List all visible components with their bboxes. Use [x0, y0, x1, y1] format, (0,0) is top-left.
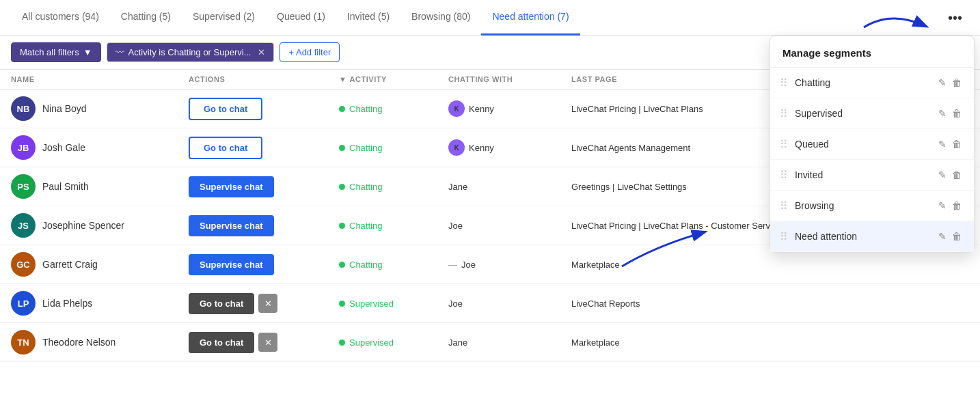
- chatting-with-cell: —Joe: [448, 260, 571, 270]
- col-chatting-with: CHATTING WITH: [448, 75, 571, 83]
- activity-cell: Supervised: [339, 299, 448, 309]
- sort-icon: ▼: [339, 75, 346, 83]
- edit-segment-button[interactable]: ✎: [936, 136, 949, 152]
- edit-segment-button[interactable]: ✎: [936, 167, 949, 183]
- segment-item-need-attention[interactable]: ⠿ Need attention ✎ 🗑: [770, 221, 974, 252]
- chatting-with-name: Joe: [448, 221, 463, 231]
- chevron-down-icon: ▼: [83, 47, 92, 57]
- delete-segment-button[interactable]: 🗑: [949, 105, 964, 122]
- segment-item-invited[interactable]: ⠿ Invited ✎ 🗑: [770, 160, 974, 191]
- segment-item-supervised[interactable]: ⠿ Supervised ✎ 🗑: [770, 98, 974, 129]
- activity-status: Chatting: [349, 182, 382, 192]
- avatar: JB: [11, 135, 36, 160]
- actions-cell: Supervise chat: [189, 176, 339, 197]
- add-filter-button[interactable]: + Add filter: [280, 42, 340, 62]
- delete-segment-button[interactable]: 🗑: [949, 136, 964, 152]
- edit-segment-button[interactable]: ✎: [936, 197, 949, 214]
- tab-label: Invited (5): [347, 11, 390, 22]
- tab-label: Chatting (5): [121, 11, 171, 22]
- chatting-with-cell: Joe: [448, 299, 571, 309]
- segment-label: Chatting: [795, 77, 936, 88]
- segment-label: Invited: [795, 169, 936, 180]
- tab-label: Supervised (2): [193, 11, 255, 22]
- match-filters-label: Match all filters: [20, 47, 79, 57]
- segment-item-chatting[interactable]: ⠿ Chatting ✎ 🗑: [770, 68, 974, 98]
- delete-segment-button[interactable]: 🗑: [949, 228, 964, 245]
- activity-dot: [339, 301, 345, 307]
- drag-handle-icon: ⠿: [780, 199, 788, 212]
- activity-cell: Supervised: [339, 337, 448, 348]
- dismiss-button[interactable]: ✕: [258, 294, 277, 313]
- activity-cell: Chatting: [339, 104, 448, 114]
- activity-dot: [339, 184, 345, 190]
- segment-item-queued[interactable]: ⠿ Queued ✎ 🗑: [770, 129, 974, 160]
- delete-segment-button[interactable]: 🗑: [949, 197, 964, 214]
- supervise-chat-button[interactable]: Supervise chat: [189, 254, 274, 275]
- tab-chatting[interactable]: Chatting (5): [110, 0, 182, 36]
- segment-label: Queued: [795, 139, 936, 150]
- tabs-bar: All customers (94)Chatting (5)Supervised…: [0, 0, 980, 36]
- match-all-filters-button[interactable]: Match all filters ▼: [11, 42, 101, 62]
- customer-name: Paul Smith: [42, 181, 89, 192]
- customer-name-cell: LP Lida Phelps: [11, 291, 189, 316]
- activity-cell: Chatting: [339, 221, 448, 231]
- manage-segments-panel: Manage segments ⠿ Chatting ✎ 🗑 ⠿ Supervi…: [770, 36, 975, 253]
- col-activity-label: ACTIVITY: [349, 75, 387, 83]
- segment-label: Need attention: [795, 231, 936, 242]
- avatar: LP: [11, 291, 36, 316]
- activity-status: Supervised: [349, 299, 394, 309]
- tab-queued[interactable]: Queued (1): [266, 0, 336, 36]
- more-dots-icon: •••: [948, 11, 962, 25]
- activity-filter-button[interactable]: 〰 Activity is Chatting or Supervi... ✕: [107, 42, 275, 62]
- drag-handle-icon: ⠿: [780, 138, 788, 151]
- table-row: TN Theodore Nelson Go to chat✕ Supervise…: [0, 323, 980, 362]
- customer-name: Nina Boyd: [42, 103, 87, 114]
- activity-filter-label: Activity is Chatting or Supervi...: [128, 47, 251, 57]
- tab-invited[interactable]: Invited (5): [336, 0, 400, 36]
- supervise-chat-button[interactable]: Supervise chat: [189, 176, 274, 197]
- customer-name: Lida Phelps: [42, 298, 92, 309]
- edit-segment-button[interactable]: ✎: [936, 74, 949, 91]
- tab-all[interactable]: All customers (94): [11, 0, 110, 36]
- go-to-chat-button[interactable]: Go to chat: [189, 137, 262, 159]
- tab-label: Browsing (80): [411, 11, 470, 22]
- delete-segment-button[interactable]: 🗑: [949, 74, 964, 91]
- avatar: TN: [11, 330, 36, 355]
- chatting-with-cell: KKenny: [448, 139, 571, 156]
- actions-cell: Go to chat✕: [189, 332, 339, 353]
- go-to-chat-button[interactable]: Go to chat: [189, 293, 254, 314]
- edit-segment-button[interactable]: ✎: [936, 105, 949, 122]
- tab-label: Need attention (7): [492, 11, 569, 22]
- activity-cell: Chatting: [339, 260, 448, 270]
- activity-dot: [339, 223, 345, 229]
- supervise-chat-button[interactable]: Supervise chat: [189, 215, 274, 236]
- delete-segment-button[interactable]: 🗑: [949, 167, 964, 183]
- tab-browsing[interactable]: Browsing (80): [400, 0, 481, 36]
- customer-name: Josh Gale: [42, 142, 85, 153]
- dismiss-button[interactable]: ✕: [258, 333, 277, 352]
- activity-dot: [339, 339, 345, 346]
- tab-need-attention[interactable]: Need attention (7): [481, 0, 580, 36]
- activity-status: Chatting: [349, 221, 382, 231]
- more-options-button[interactable]: •••: [941, 7, 969, 29]
- close-filter-icon: ✕: [258, 47, 265, 57]
- activity-dot: [339, 262, 345, 268]
- go-to-chat-button[interactable]: Go to chat: [189, 332, 254, 353]
- segment-item-browsing[interactable]: ⠿ Browsing ✎ 🗑: [770, 191, 974, 221]
- chatting-with-cell: Jane: [448, 182, 571, 192]
- customer-name-cell: PS Paul Smith: [11, 174, 189, 199]
- customer-name-cell: TN Theodore Nelson: [11, 330, 189, 355]
- activity-cell: Chatting: [339, 182, 448, 192]
- drag-handle-icon: ⠿: [780, 107, 788, 120]
- add-filter-label: + Add filter: [288, 47, 331, 57]
- chatting-with-name: Jane: [448, 182, 467, 192]
- chatting-with-cell: Jane: [448, 337, 571, 348]
- go-to-chat-button[interactable]: Go to chat: [189, 98, 262, 120]
- activity-status: Chatting: [349, 260, 382, 270]
- tab-supervised[interactable]: Supervised (2): [182, 0, 266, 36]
- chatting-with-cell: Joe: [448, 221, 571, 231]
- edit-segment-button[interactable]: ✎: [936, 228, 949, 245]
- col-activity[interactable]: ▼ ACTIVITY: [339, 75, 448, 83]
- actions-cell: Go to chat✕: [189, 293, 339, 314]
- chatting-with-name: Jane: [448, 337, 467, 348]
